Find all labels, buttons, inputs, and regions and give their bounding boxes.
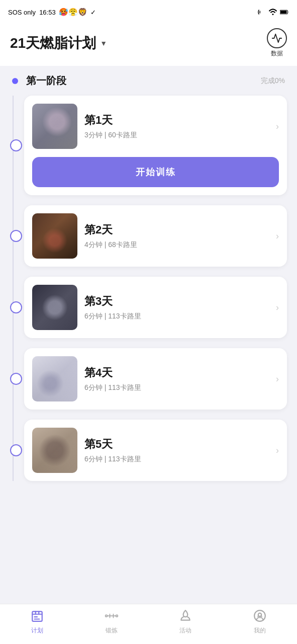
day-arrow-5: ›	[276, 445, 279, 456]
nav-item-activity[interactable]: 活动	[149, 609, 223, 635]
status-check: ✓	[90, 9, 96, 16]
timeline-item-day3: 第3天 6分钟 | 113卡路里 ›	[24, 277, 287, 338]
timeline-node-day3	[10, 301, 22, 313]
day-info-3: 第3天 6分钟 | 113卡路里	[84, 294, 269, 321]
nav-label-exercise: 锻炼	[106, 626, 118, 635]
day-thumbnail-1	[32, 104, 77, 149]
exercise-icon	[105, 609, 119, 624]
day-thumbnail-2	[32, 213, 77, 259]
day-title-3: 第3天	[84, 294, 269, 309]
day-thumbnail-4	[32, 356, 77, 401]
svg-point-0	[272, 14, 274, 15]
nav-label-plan: 计划	[31, 626, 43, 635]
day-info-4: 第4天 6分钟 | 113卡路里	[84, 365, 269, 392]
timeline: 第1天 3分钟 | 60卡路里 › 开始训练 第2天 4分钟 | 68卡路里	[10, 96, 287, 481]
day-card-inner-5: 第5天 6分钟 | 113卡路里 ›	[24, 420, 287, 481]
day-card-2[interactable]: 第2天 4分钟 | 68卡路里 ›	[24, 205, 287, 267]
timeline-node-day5	[10, 444, 22, 456]
svg-rect-2	[280, 11, 286, 14]
day-meta-5: 6分钟 | 113卡路里	[84, 455, 269, 464]
title-text: 21天燃脂计划	[10, 34, 96, 53]
battery-icon	[280, 8, 289, 17]
day-meta-1: 3分钟 | 60卡路里	[84, 131, 269, 140]
day-title-5: 第5天	[84, 437, 269, 452]
day-card-1[interactable]: 第1天 3分钟 | 60卡路里 › 开始训练	[24, 96, 287, 195]
timeline-line	[13, 96, 14, 481]
day-card-3[interactable]: 第3天 6分钟 | 113卡路里 ›	[24, 277, 287, 338]
day-arrow-4: ›	[276, 374, 279, 384]
app-title[interactable]: 21天燃脂计划 ▼	[10, 34, 107, 53]
day-thumbnail-3	[32, 285, 77, 330]
plan-icon	[31, 609, 44, 624]
bottom-nav: 计划 锻炼 活动	[0, 604, 297, 644]
timeline-item-day1: 第1天 3分钟 | 60卡路里 › 开始训练	[24, 96, 287, 195]
status-right	[257, 8, 289, 17]
day-meta-3: 6分钟 | 113卡路里	[84, 312, 269, 321]
day-info-5: 第5天 6分钟 | 113卡路里	[84, 437, 269, 464]
timeline-item-day4: 第4天 6分钟 | 113卡路里 ›	[24, 348, 287, 410]
phase-dot	[12, 78, 18, 84]
status-signal: SOS only 16:53	[8, 9, 56, 16]
day-card-5[interactable]: 第5天 6分钟 | 113卡路里 ›	[24, 420, 287, 481]
status-left: SOS only 16:53 🥵😤🦁 ✓	[8, 8, 96, 17]
status-bar: SOS only 16:53 🥵😤🦁 ✓	[0, 0, 297, 22]
nfc-icon	[257, 8, 266, 17]
day-arrow-1: ›	[276, 121, 279, 132]
day-title-2: 第2天	[84, 222, 269, 237]
nav-label-mine: 我的	[254, 626, 266, 635]
mine-icon	[253, 609, 266, 624]
day-meta-4: 6分钟 | 113卡路里	[84, 383, 269, 392]
day-info-1: 第1天 3分钟 | 60卡路里	[84, 113, 269, 140]
phase-title: 第一阶段	[26, 74, 261, 88]
start-training-button[interactable]: 开始训练	[32, 157, 279, 187]
day-title-1: 第1天	[84, 113, 269, 128]
svg-point-18	[258, 616, 258, 617]
nav-label-activity: 活动	[179, 626, 191, 635]
timeline-node-day1	[10, 139, 22, 151]
day-title-4: 第4天	[84, 365, 269, 380]
day-meta-2: 4分钟 | 68卡路里	[84, 240, 269, 250]
nav-item-mine[interactable]: 我的	[223, 609, 297, 635]
activity-icon	[179, 609, 192, 624]
day-card-inner-3: 第3天 6分钟 | 113卡路里 ›	[24, 277, 287, 338]
timeline-node-day4	[10, 373, 22, 385]
day-arrow-3: ›	[276, 302, 279, 313]
header: 21天燃脂计划 ▼ 数据	[0, 22, 297, 66]
status-emojis: 🥵😤🦁	[59, 8, 87, 17]
nav-item-plan[interactable]: 计划	[0, 609, 74, 635]
data-label: 数据	[271, 49, 283, 58]
day-card-inner-4: 第4天 6分钟 | 113卡路里 ›	[24, 348, 287, 410]
day-info-2: 第2天 4分钟 | 68卡路里	[84, 222, 269, 250]
timeline-node-day2	[10, 230, 22, 242]
nav-item-exercise[interactable]: 锻炼	[74, 609, 149, 635]
phase-header: 第一阶段 完成0%	[10, 74, 287, 88]
day-card-inner-1: 第1天 3分钟 | 60卡路里 ›	[24, 96, 287, 157]
data-icon	[267, 28, 287, 48]
wifi-icon	[268, 8, 277, 17]
chart-icon	[271, 33, 282, 44]
svg-point-19	[261, 616, 262, 617]
phase-progress: 完成0%	[261, 76, 285, 86]
data-button[interactable]: 数据	[267, 28, 287, 58]
day-thumbnail-5	[32, 428, 77, 473]
timeline-item-day5: 第5天 6分钟 | 113卡路里 ›	[24, 420, 287, 481]
day-card-4[interactable]: 第4天 6分钟 | 113卡路里 ›	[24, 348, 287, 410]
main-content: 第一阶段 完成0% 第1天 3分钟 | 60卡路里 › 开始训练	[0, 66, 297, 644]
day-card-inner-2: 第2天 4分钟 | 68卡路里 ›	[24, 205, 287, 267]
dropdown-arrow-icon[interactable]: ▼	[100, 39, 107, 47]
day-arrow-2: ›	[276, 231, 279, 242]
timeline-item-day2: 第2天 4分钟 | 68卡路里 ›	[24, 205, 287, 267]
